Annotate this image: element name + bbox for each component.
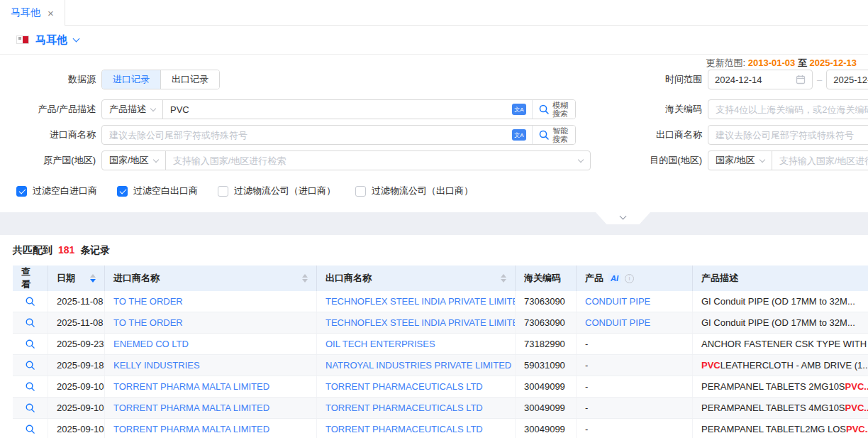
checkbox-filter-logistics-exporter[interactable]: 过滤物流公司（出口商） bbox=[355, 185, 473, 197]
view-record-button[interactable] bbox=[13, 334, 48, 354]
exporter-link[interactable]: NATROYAL INDUSTRIES PRIVATE LIMITED bbox=[317, 355, 516, 376]
product-label: 产品/产品描述 bbox=[0, 103, 96, 116]
exporter-link[interactable]: TORRENT PHARMACEUTICALS LTD bbox=[317, 398, 516, 418]
view-search-icon bbox=[25, 360, 35, 371]
origin-country-group: 国家/地区 bbox=[101, 150, 591, 170]
table-row: 2025-09-10TORRENT PHARMA MALTA LIMITEDTO… bbox=[13, 398, 868, 419]
product-cell: - bbox=[577, 334, 693, 354]
sort-date[interactable] bbox=[90, 274, 96, 283]
tab-export-records[interactable]: 出口记录 bbox=[160, 70, 219, 89]
product-input[interactable] bbox=[163, 104, 512, 115]
page-background-strip bbox=[0, 212, 868, 235]
importer-link[interactable]: TO THE ORDER bbox=[105, 291, 317, 312]
product-type-select[interactable]: 产品描述 bbox=[102, 100, 163, 119]
origin-country-input[interactable] bbox=[166, 155, 579, 166]
col-hs-code: 海关编码 bbox=[516, 265, 577, 291]
hs-code-cell: 30049099 bbox=[516, 419, 577, 438]
product-cell[interactable]: CONDUIT PIPE bbox=[577, 312, 693, 333]
view-record-button[interactable] bbox=[13, 312, 48, 333]
chevron-down-icon bbox=[152, 157, 158, 163]
checkbox-icon bbox=[16, 186, 27, 197]
smart-search-label: 智能搜索 bbox=[552, 126, 569, 143]
product-cell[interactable]: CONDUIT PIPE bbox=[577, 291, 693, 312]
col-importer[interactable]: 进口商名称 bbox=[105, 265, 317, 291]
sort-exporter[interactable] bbox=[501, 274, 506, 283]
checkbox-filter-blank-importer[interactable]: 过滤空白进口商 bbox=[16, 185, 97, 197]
view-record-button[interactable] bbox=[13, 398, 48, 418]
product-desc-cell: PVC LEATHERCLOTH - AMB DRIVE (1... bbox=[693, 355, 868, 376]
importer-input[interactable] bbox=[102, 130, 512, 141]
translate-icon[interactable]: 文A bbox=[512, 104, 526, 115]
hs-code-cell: 73063090 bbox=[516, 312, 577, 333]
fuzzy-search-button[interactable]: 模糊搜索 bbox=[532, 100, 575, 119]
col-product-label: 产品 bbox=[585, 272, 603, 285]
exporter-link[interactable]: TORRENT PHARMACEUTICALS LTD bbox=[317, 376, 516, 397]
importer-link[interactable]: TORRENT PHARMA MALTA LIMITED bbox=[105, 376, 317, 397]
date-cell: 2025-09-10 bbox=[48, 376, 105, 397]
exporter-link[interactable]: TORRENT PHARMACEUTICALS LTD bbox=[317, 419, 516, 438]
view-record-button[interactable] bbox=[13, 355, 48, 376]
importer-link[interactable]: ENEMED CO LTD bbox=[105, 334, 317, 354]
end-date-input[interactable]: 2025-12-13 bbox=[826, 70, 868, 89]
view-record-button[interactable] bbox=[13, 376, 48, 397]
chevron-down-icon bbox=[150, 106, 156, 111]
ai-badge: AI bbox=[608, 273, 621, 283]
view-search-icon bbox=[25, 403, 35, 413]
results-table: 查看 日期 进口商名称 出口商名称 海关编码 产品 AI bbox=[13, 265, 868, 438]
checkbox-label: 过滤空白出口商 bbox=[133, 185, 198, 197]
exporter-link[interactable]: OIL TECH ENTERPRISES bbox=[317, 334, 516, 354]
col-description: 产品描述 bbox=[693, 265, 868, 291]
view-record-button[interactable] bbox=[13, 291, 48, 312]
exporter-link[interactable]: TECHNOFLEX STEEL INDIA PRIVATE LIMITED bbox=[317, 312, 516, 333]
view-search-icon bbox=[25, 424, 35, 434]
start-date-input[interactable]: 2024-12-14 bbox=[708, 70, 813, 89]
exporter-input[interactable] bbox=[708, 130, 868, 141]
results-summary: 共匹配到 181 条记录 bbox=[0, 235, 868, 265]
product-desc-cell: PERAMPANEL TABLETS 4MG10S PVC... bbox=[693, 398, 868, 418]
checkbox-icon bbox=[218, 186, 228, 197]
info-icon[interactable]: i bbox=[625, 274, 634, 283]
table-row: 2025-09-18KELLY INDUSTRIESNATROYAL INDUS… bbox=[13, 355, 868, 376]
smart-search-button[interactable]: 智能搜索 bbox=[532, 126, 575, 144]
tab-malta[interactable]: 马耳他 × bbox=[0, 0, 65, 26]
importer-link[interactable]: KELLY INDUSTRIES bbox=[105, 355, 317, 376]
exporter-link[interactable]: TECHNOFLEX STEEL INDIA PRIVATE LIMITED bbox=[317, 291, 516, 312]
country-header: 马耳他 bbox=[0, 26, 868, 55]
col-exporter[interactable]: 出口商名称 bbox=[317, 265, 516, 291]
importer-link[interactable]: TORRENT PHARMA MALTA LIMITED bbox=[105, 398, 317, 418]
table-row: 2025-09-23ENEMED CO LTDOIL TECH ENTERPRI… bbox=[13, 334, 868, 355]
date-cell: 2025-11-08 bbox=[48, 312, 105, 333]
col-date[interactable]: 日期 bbox=[48, 265, 105, 291]
destination-country-input[interactable] bbox=[772, 155, 868, 166]
importer-search-group: 文A 智能搜索 bbox=[101, 125, 576, 145]
table-row: 2025-11-08TO THE ORDERTECHNOFLEX STEEL I… bbox=[13, 312, 868, 334]
date-range-separator: – bbox=[817, 75, 822, 85]
importer-link[interactable]: TORRENT PHARMA MALTA LIMITED bbox=[105, 419, 317, 438]
tab-import-records[interactable]: 进口记录 bbox=[102, 70, 160, 89]
time-range-label: 时间范围 bbox=[597, 73, 702, 86]
origin-type-select[interactable]: 国家/地区 bbox=[102, 151, 166, 170]
checkbox-filter-logistics-importer[interactable]: 过滤物流公司（进口商） bbox=[218, 185, 335, 197]
table-body: 2025-11-08TO THE ORDERTECHNOFLEX STEEL I… bbox=[13, 291, 868, 438]
country-dropdown-button[interactable] bbox=[74, 39, 79, 41]
hs-code-input[interactable] bbox=[708, 104, 868, 115]
close-icon[interactable]: × bbox=[48, 8, 54, 18]
product-desc-cell: ANCHOR FASTENER CSK TYPE WITH ... bbox=[693, 334, 868, 354]
checkbox-filter-blank-exporter[interactable]: 过滤空白出口商 bbox=[117, 185, 198, 197]
product-desc-cell: GI Conduit PIPE (OD 17MM to 32M... bbox=[693, 291, 868, 312]
update-range-note: 更新范围: 2013-01-03 至 2025-12-13 bbox=[706, 57, 857, 70]
importer-link[interactable]: TO THE ORDER bbox=[105, 312, 317, 333]
origin-type-value: 国家/地区 bbox=[109, 154, 149, 167]
collapse-filters-button[interactable] bbox=[596, 212, 650, 224]
translate-icon[interactable]: 文A bbox=[512, 129, 526, 141]
destination-country-group: 国家/地区 bbox=[708, 150, 868, 170]
results-panel: 共匹配到 181 条记录 查看 日期 进口商名称 出口商名称 海关编码 bbox=[0, 235, 868, 438]
importer-label: 进口商名称 bbox=[0, 128, 96, 141]
table-header-row: 查看 日期 进口商名称 出口商名称 海关编码 产品 AI bbox=[13, 265, 868, 291]
destination-type-select[interactable]: 国家/地区 bbox=[708, 151, 772, 170]
chevron-down-icon bbox=[73, 35, 80, 42]
view-record-button[interactable] bbox=[13, 419, 48, 438]
col-view: 查看 bbox=[13, 265, 48, 291]
product-cell: - bbox=[577, 419, 693, 438]
sort-importer[interactable] bbox=[302, 274, 308, 283]
